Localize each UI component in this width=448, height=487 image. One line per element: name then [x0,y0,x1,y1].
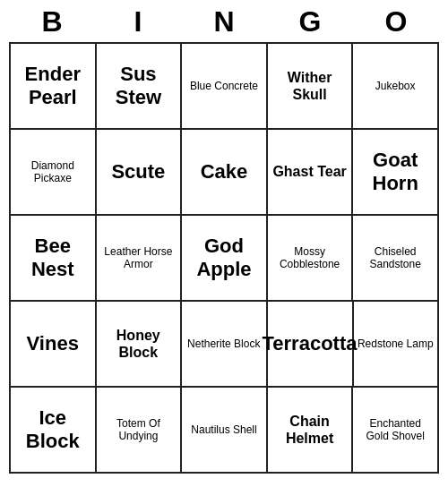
bingo-cell: Chiseled Sandstone [353,216,439,302]
bingo-cell: Leather Horse Armor [97,216,183,302]
title-letter: G [271,5,349,38]
bingo-cell: Ice Block [11,388,97,474]
bingo-cell: Bee Nest [11,216,97,302]
bingo-cell: Cake [182,130,268,216]
bingo-cell: Terracotta [268,302,354,388]
bingo-cell: Totem Of Undying [97,388,183,474]
bingo-cell: Goat Horn [353,130,439,216]
bingo-cell: Netherite Block [182,302,268,388]
bingo-row: Ender PearlSus StewBlue ConcreteWither S… [11,44,439,130]
bingo-cell: Scute [97,130,183,216]
bingo-cell: Sus Stew [97,44,183,130]
title-letter: N [185,5,263,38]
bingo-cell: Honey Block [97,302,183,388]
bingo-cell: Jukebox [353,44,439,130]
bingo-cell: Enchanted Gold Shovel [353,388,439,474]
bingo-cell: Wither Skull [268,44,354,130]
bingo-title: BINGO [9,0,439,42]
bingo-row: Diamond PickaxeScuteCakeGhast TearGoat H… [11,130,439,216]
bingo-cell: Ender Pearl [11,44,97,130]
bingo-cell: Diamond Pickaxe [11,130,97,216]
bingo-cell: Vines [11,302,97,388]
bingo-cell: Chain Helmet [268,388,354,474]
bingo-row: Bee NestLeather Horse ArmorGod AppleMoss… [11,216,439,302]
bingo-cell: Nautilus Shell [182,388,268,474]
bingo-cell: Ghast Tear [268,130,354,216]
bingo-cell: Blue Concrete [182,44,268,130]
title-letter: B [13,5,91,38]
bingo-row: Ice BlockTotem Of UndyingNautilus ShellC… [11,388,439,474]
bingo-cell: Redstone Lamp [354,302,440,388]
title-letter: O [357,5,435,38]
bingo-cell: God Apple [182,216,268,302]
bingo-grid: Ender PearlSus StewBlue ConcreteWither S… [9,42,439,474]
bingo-cell: Mossy Cobblestone [268,216,354,302]
title-letter: I [99,5,177,38]
bingo-row: VinesHoney BlockNetherite BlockTerracott… [11,302,439,388]
